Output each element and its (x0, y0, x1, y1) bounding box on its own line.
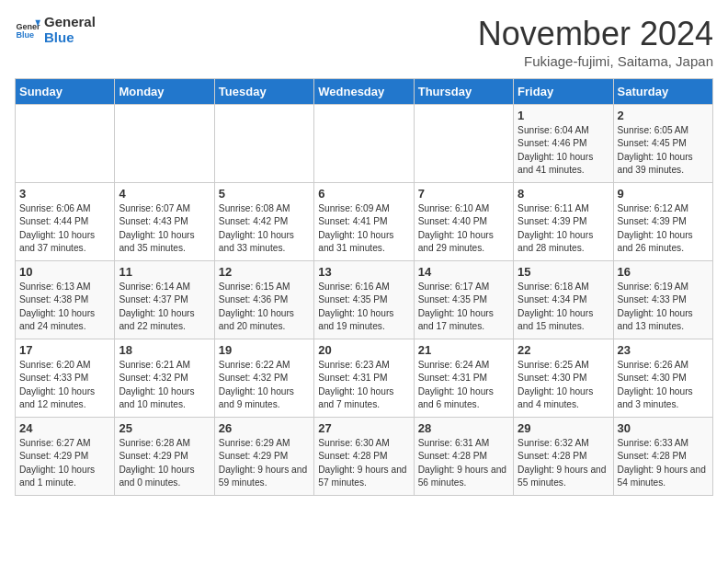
day-number: 2 (618, 109, 709, 122)
day-cell-15: 15Sunrise: 6:18 AM Sunset: 4:34 PM Dayli… (514, 261, 613, 339)
day-cell-27: 27Sunrise: 6:30 AM Sunset: 4:28 PM Dayli… (314, 418, 414, 496)
day-info: Sunrise: 6:19 AM Sunset: 4:33 PM Dayligh… (618, 281, 709, 333)
day-cell-29: 29Sunrise: 6:32 AM Sunset: 4:28 PM Dayli… (514, 418, 613, 496)
day-info: Sunrise: 6:27 AM Sunset: 4:29 PM Dayligh… (19, 437, 110, 489)
day-cell-26: 26Sunrise: 6:29 AM Sunset: 4:29 PM Dayli… (214, 418, 313, 496)
day-info: Sunrise: 6:18 AM Sunset: 4:34 PM Dayligh… (518, 281, 609, 333)
day-number: 8 (518, 187, 609, 201)
day-number: 13 (318, 265, 409, 279)
day-cell-5: 5Sunrise: 6:08 AM Sunset: 4:42 PM Daylig… (214, 183, 313, 261)
day-info: Sunrise: 6:20 AM Sunset: 4:33 PM Dayligh… (19, 359, 110, 411)
day-info: Sunrise: 6:12 AM Sunset: 4:39 PM Dayligh… (618, 202, 709, 255)
day-cell-4: 4Sunrise: 6:07 AM Sunset: 4:43 PM Daylig… (115, 183, 214, 261)
day-number: 11 (119, 265, 210, 279)
calendar-table: SundayMondayTuesdayWednesdayThursdayFrid… (15, 78, 713, 496)
day-cell-24: 24Sunrise: 6:27 AM Sunset: 4:29 PM Dayli… (16, 418, 115, 496)
day-info: Sunrise: 6:09 AM Sunset: 4:41 PM Dayligh… (318, 202, 409, 255)
day-cell-10: 10Sunrise: 6:13 AM Sunset: 4:38 PM Dayli… (16, 261, 115, 339)
day-info: Sunrise: 6:13 AM Sunset: 4:38 PM Dayligh… (19, 281, 110, 333)
day-number: 7 (418, 187, 509, 201)
location-text: Fukiage-fujimi, Saitama, Japan (478, 53, 713, 69)
day-info: Sunrise: 6:25 AM Sunset: 4:30 PM Dayligh… (518, 359, 609, 411)
day-number: 5 (219, 187, 310, 201)
day-info: Sunrise: 6:32 AM Sunset: 4:28 PM Dayligh… (518, 437, 609, 489)
day-info: Sunrise: 6:15 AM Sunset: 4:36 PM Dayligh… (219, 281, 310, 333)
day-cell-6: 6Sunrise: 6:09 AM Sunset: 4:41 PM Daylig… (314, 183, 414, 261)
day-number: 24 (19, 421, 110, 435)
day-number: 27 (318, 421, 409, 435)
day-info: Sunrise: 6:22 AM Sunset: 4:32 PM Dayligh… (219, 359, 310, 411)
day-number: 16 (618, 265, 709, 279)
day-cell-11: 11Sunrise: 6:14 AM Sunset: 4:37 PM Dayli… (115, 261, 214, 339)
logo-blue-text: Blue (44, 30, 96, 46)
day-info: Sunrise: 6:24 AM Sunset: 4:31 PM Dayligh… (418, 359, 509, 411)
day-number: 1 (518, 109, 609, 122)
col-header-monday: Monday (115, 79, 214, 105)
day-info: Sunrise: 6:08 AM Sunset: 4:42 PM Dayligh… (219, 202, 310, 255)
day-number: 21 (418, 343, 509, 357)
empty-cell (115, 105, 214, 183)
day-number: 23 (618, 343, 709, 357)
day-number: 6 (318, 187, 409, 201)
col-header-tuesday: Tuesday (214, 79, 313, 105)
day-cell-7: 7Sunrise: 6:10 AM Sunset: 4:40 PM Daylig… (414, 183, 513, 261)
empty-cell (314, 105, 414, 183)
day-number: 12 (219, 265, 310, 279)
day-info: Sunrise: 6:17 AM Sunset: 4:35 PM Dayligh… (418, 281, 509, 333)
col-header-sunday: Sunday (16, 79, 115, 105)
day-info: Sunrise: 6:21 AM Sunset: 4:32 PM Dayligh… (119, 359, 210, 411)
day-cell-2: 2Sunrise: 6:05 AM Sunset: 4:45 PM Daylig… (613, 105, 712, 183)
day-number: 4 (119, 187, 210, 201)
week-row-3: 10Sunrise: 6:13 AM Sunset: 4:38 PM Dayli… (16, 261, 713, 339)
day-cell-19: 19Sunrise: 6:22 AM Sunset: 4:32 PM Dayli… (214, 339, 313, 418)
day-cell-12: 12Sunrise: 6:15 AM Sunset: 4:36 PM Dayli… (214, 261, 313, 339)
empty-cell (16, 105, 115, 183)
day-number: 17 (19, 343, 110, 357)
day-cell-9: 9Sunrise: 6:12 AM Sunset: 4:39 PM Daylig… (613, 183, 712, 261)
day-info: Sunrise: 6:05 AM Sunset: 4:45 PM Dayligh… (618, 124, 709, 177)
col-header-wednesday: Wednesday (314, 79, 414, 105)
day-cell-28: 28Sunrise: 6:31 AM Sunset: 4:28 PM Dayli… (414, 418, 513, 496)
day-number: 14 (418, 265, 509, 279)
day-cell-21: 21Sunrise: 6:24 AM Sunset: 4:31 PM Dayli… (414, 339, 513, 418)
day-number: 20 (318, 343, 409, 357)
day-info: Sunrise: 6:28 AM Sunset: 4:29 PM Dayligh… (119, 437, 210, 489)
logo-general-text: General (44, 15, 96, 30)
day-cell-20: 20Sunrise: 6:23 AM Sunset: 4:31 PM Dayli… (314, 339, 414, 418)
day-cell-16: 16Sunrise: 6:19 AM Sunset: 4:33 PM Dayli… (613, 261, 712, 339)
week-row-2: 3Sunrise: 6:06 AM Sunset: 4:44 PM Daylig… (16, 183, 713, 261)
svg-text:Blue: Blue (16, 30, 34, 40)
day-number: 29 (518, 421, 609, 435)
day-cell-1: 1Sunrise: 6:04 AM Sunset: 4:46 PM Daylig… (514, 105, 613, 183)
day-number: 22 (518, 343, 609, 357)
day-number: 18 (119, 343, 210, 357)
month-title: November 2024 (478, 15, 713, 53)
day-cell-18: 18Sunrise: 6:21 AM Sunset: 4:32 PM Dayli… (115, 339, 214, 418)
day-cell-14: 14Sunrise: 6:17 AM Sunset: 4:35 PM Dayli… (414, 261, 513, 339)
empty-cell (414, 105, 513, 183)
col-header-friday: Friday (514, 79, 613, 105)
day-info: Sunrise: 6:33 AM Sunset: 4:28 PM Dayligh… (618, 437, 709, 489)
day-number: 9 (618, 187, 709, 201)
empty-cell (214, 105, 313, 183)
logo: General Blue General Blue (15, 15, 96, 45)
day-info: Sunrise: 6:23 AM Sunset: 4:31 PM Dayligh… (318, 359, 409, 411)
day-number: 28 (418, 421, 509, 435)
day-info: Sunrise: 6:30 AM Sunset: 4:28 PM Dayligh… (318, 437, 409, 489)
day-info: Sunrise: 6:10 AM Sunset: 4:40 PM Dayligh… (418, 202, 509, 255)
title-block: November 2024 Fukiage-fujimi, Saitama, J… (478, 15, 713, 69)
day-cell-25: 25Sunrise: 6:28 AM Sunset: 4:29 PM Dayli… (115, 418, 214, 496)
day-info: Sunrise: 6:29 AM Sunset: 4:29 PM Dayligh… (219, 437, 310, 489)
col-header-thursday: Thursday (414, 79, 513, 105)
day-cell-22: 22Sunrise: 6:25 AM Sunset: 4:30 PM Dayli… (514, 339, 613, 418)
day-cell-17: 17Sunrise: 6:20 AM Sunset: 4:33 PM Dayli… (16, 339, 115, 418)
calendar-header-row: SundayMondayTuesdayWednesdayThursdayFrid… (16, 79, 713, 105)
day-number: 10 (19, 265, 110, 279)
day-cell-23: 23Sunrise: 6:26 AM Sunset: 4:30 PM Dayli… (613, 339, 712, 418)
week-row-1: 1Sunrise: 6:04 AM Sunset: 4:46 PM Daylig… (16, 105, 713, 183)
day-info: Sunrise: 6:31 AM Sunset: 4:28 PM Dayligh… (418, 437, 509, 489)
day-cell-13: 13Sunrise: 6:16 AM Sunset: 4:35 PM Dayli… (314, 261, 414, 339)
day-info: Sunrise: 6:16 AM Sunset: 4:35 PM Dayligh… (318, 281, 409, 333)
day-number: 25 (119, 421, 210, 435)
day-cell-8: 8Sunrise: 6:11 AM Sunset: 4:39 PM Daylig… (514, 183, 613, 261)
